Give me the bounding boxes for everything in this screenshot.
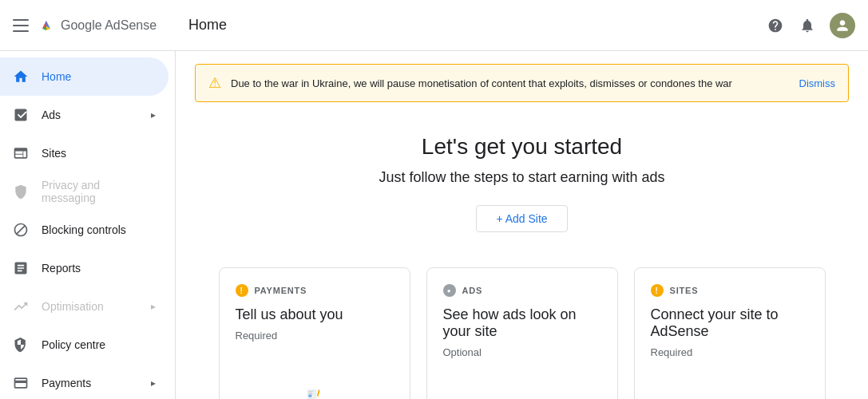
sidebar-item-privacy-messaging: Privacy and messaging: [0, 172, 168, 211]
ads-card: ● ADS See how ads look on your site Opti…: [426, 267, 618, 399]
hamburger-menu-button[interactable]: [13, 16, 32, 35]
app-name-label: Google AdSense: [61, 18, 157, 33]
sidebar-item-label: Blocking controls: [42, 223, 126, 236]
topbar-left: Google AdSense: [13, 16, 157, 35]
avatar[interactable]: [830, 13, 855, 38]
hero-subtitle: Just follow the steps to start earning w…: [195, 169, 849, 186]
reports-icon: [13, 260, 29, 276]
google-logo-icon: [38, 18, 54, 34]
expand-icon: ▸: [151, 301, 156, 312]
sidebar: Home Ads ▸ Sites: [0, 51, 176, 399]
warning-icon: ⚠: [208, 74, 221, 92]
sidebar-item-label: Policy centre: [42, 338, 105, 351]
logo-container: Google AdSense: [38, 18, 157, 34]
blocking-icon: [13, 222, 29, 238]
svg-point-5: [309, 395, 311, 397]
category-icon: !: [236, 284, 248, 297]
optimisation-icon: [13, 298, 29, 314]
card-category: ● ADS: [443, 284, 601, 297]
topbar: Google AdSense Home: [0, 0, 868, 51]
add-site-button[interactable]: + Add Site: [476, 205, 567, 232]
sidebar-item-label: Home: [42, 70, 71, 83]
sidebar-item-label: Reports: [42, 262, 81, 275]
home-icon: [13, 69, 29, 85]
hero-section: Let's get you started Just follow the st…: [176, 102, 868, 248]
sidebar-item-payments[interactable]: Payments ▸: [0, 364, 168, 399]
svg-rect-3: [308, 393, 312, 394]
exclamation-icon2: !: [655, 286, 658, 295]
card-category-label: PAYMENTS: [255, 286, 307, 295]
card-category: ! SITES: [651, 284, 809, 297]
card-status: Required: [651, 346, 809, 358]
policy-icon: [13, 337, 29, 353]
card-title: Tell us about you: [236, 306, 394, 323]
sidebar-item-policy-centre[interactable]: Policy centre: [0, 326, 168, 364]
main-layout: Home Ads ▸ Sites: [0, 51, 868, 399]
card-illustration: G: [443, 371, 601, 399]
sidebar-item-label: Optimisation: [42, 300, 104, 313]
topbar-right: [766, 13, 855, 38]
expand-icon: ▸: [151, 377, 156, 389]
card-category-label: SITES: [670, 286, 699, 295]
card-title: Connect your site to AdSense: [651, 306, 809, 340]
exclamation-icon: !: [240, 286, 243, 295]
cards-section: ! PAYMENTS Tell us about you Required: [176, 248, 868, 399]
notifications-icon[interactable]: [798, 16, 817, 35]
ads-icon: [13, 107, 29, 123]
sidebar-item-blocking-controls[interactable]: Blocking controls: [0, 211, 168, 249]
card-illustration: $: [651, 371, 809, 399]
page-title: Home: [188, 17, 227, 34]
sidebar-item-label: Privacy and messaging: [42, 179, 156, 204]
svg-marker-8: [318, 397, 319, 398]
sites-icon: [13, 145, 29, 161]
ukraine-banner: ⚠ Due to the war in Ukraine, we will pau…: [195, 64, 849, 102]
card-status: Optional: [443, 346, 601, 358]
banner-text: Due to the war in Ukraine, we will pause…: [231, 77, 790, 89]
sidebar-item-sites[interactable]: Sites: [0, 134, 168, 172]
svg-rect-2: [308, 393, 312, 393]
svg-rect-0: [307, 389, 316, 399]
content-area: ⚠ Due to the war in Ukraine, we will pau…: [176, 51, 868, 399]
category-icon: ●: [443, 284, 456, 297]
sidebar-item-home[interactable]: Home: [0, 57, 168, 96]
payments-card: ! PAYMENTS Tell us about you Required: [219, 267, 410, 399]
sidebar-item-label: Ads: [42, 109, 61, 121]
dismiss-button[interactable]: Dismiss: [799, 77, 836, 89]
sidebar-item-reports[interactable]: Reports: [0, 249, 168, 287]
sidebar-item-label: Payments: [42, 377, 91, 389]
card-category: ! PAYMENTS: [236, 284, 394, 297]
svg-point-6: [309, 396, 311, 397]
svg-rect-1: [308, 391, 313, 392]
expand-icon: ▸: [151, 109, 156, 120]
payments-illustration: [307, 386, 323, 399]
card-status: Required: [236, 330, 394, 342]
sidebar-item-ads[interactable]: Ads ▸: [0, 96, 168, 134]
ads-category-icon: ●: [447, 287, 452, 294]
card-illustration: [236, 354, 394, 399]
sites-card: ! SITES Connect your site to AdSense Req…: [634, 267, 826, 399]
privacy-icon: [13, 184, 29, 200]
hero-title: Let's get you started: [195, 134, 849, 160]
sidebar-item-label: Sites: [42, 147, 66, 160]
svg-rect-9: [317, 389, 319, 391]
payments-icon: [13, 375, 29, 391]
card-title: See how ads look on your site: [443, 306, 601, 340]
category-icon: !: [651, 284, 664, 297]
help-icon[interactable]: [766, 16, 785, 35]
card-category-label: ADS: [462, 286, 483, 295]
sidebar-item-optimisation: Optimisation ▸: [0, 287, 168, 326]
